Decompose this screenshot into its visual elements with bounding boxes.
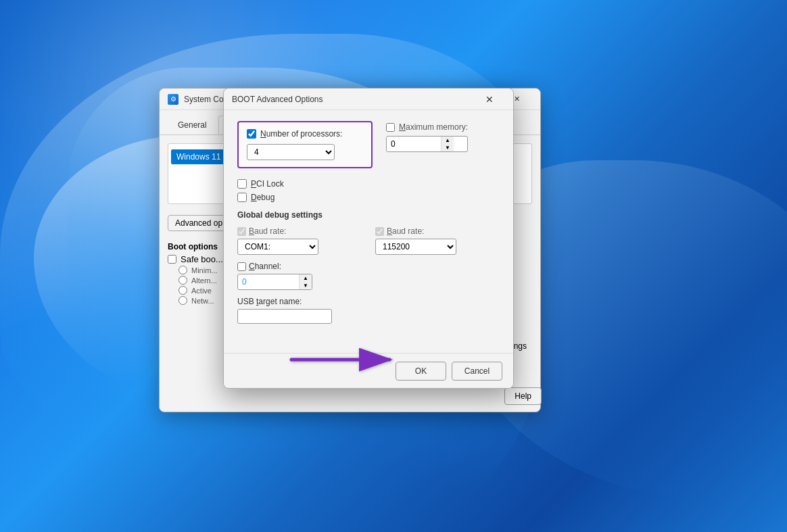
baud-rate-checkbox[interactable] [375, 227, 384, 236]
radio-active-input[interactable] [178, 286, 187, 295]
tab-general[interactable]: General [168, 116, 217, 135]
baud-rate-label-row: Baud rate: [375, 226, 500, 236]
radio-alternate-label: Altern... [191, 276, 217, 285]
debug-port-dropdown[interactable]: COM1: COM2: [237, 239, 318, 255]
channel-input[interactable] [238, 275, 299, 289]
number-of-processors-label: Number of processors: [260, 129, 342, 139]
channel-label-text: Channel: [249, 262, 281, 271]
channel-col: Channel: ▲ ▼ [237, 262, 312, 290]
channel-spin-down[interactable]: ▼ [300, 282, 312, 289]
usb-target-label: USB target name: [237, 297, 500, 306]
channel-section: Channel: ▲ ▼ [237, 262, 500, 290]
max-memory-input[interactable] [387, 137, 441, 151]
boot-adv-close-button[interactable]: ✕ [474, 89, 505, 110]
pci-lock-checkbox[interactable] [237, 179, 247, 189]
channel-spin-up[interactable]: ▲ [300, 274, 312, 282]
debug-port-col: Baud rate: COM1: COM2: [237, 226, 362, 255]
max-memory-spin-down[interactable]: ▼ [442, 144, 454, 151]
processors-checkbox-row: Number of processors: [247, 129, 363, 139]
channel-spinbox: ▲ ▼ [237, 274, 312, 290]
boot-adv-title-text: BOOT Advanced Options [232, 95, 474, 104]
debug-two-col: Baud rate: COM1: COM2: Bau [237, 226, 500, 255]
channel-checkbox[interactable] [237, 262, 246, 271]
boot-advanced-options-dialog: BOOT Advanced Options ✕ Number of proces… [223, 88, 514, 389]
channel-label: Channel: [237, 262, 312, 271]
max-memory-checkbox[interactable] [386, 123, 395, 132]
processors-box: Number of processors: 1 2 4 8 16 [237, 121, 373, 168]
baud-rate-label: Baud rate: [387, 226, 424, 236]
safe-boot-label: Safe boo... [181, 254, 223, 264]
radio-active-label: Active [191, 287, 212, 295]
global-debug-section: Global debug settings Baud rate: COM1: C [237, 210, 500, 324]
processors-dropdown[interactable]: 1 2 4 8 16 [247, 144, 335, 160]
max-memory-section: Maximum memory: ▲ ▼ [386, 121, 468, 152]
number-of-processors-checkbox[interactable] [247, 129, 256, 139]
max-memory-label: Maximum memory: [399, 122, 468, 132]
baud-rate-dropdown[interactable]: 115200 57600 9600 [375, 239, 456, 255]
max-memory-spin-buttons: ▲ ▼ [441, 137, 454, 151]
safe-boot-checkbox[interactable] [168, 255, 176, 264]
max-memory-spin-up[interactable]: ▲ [442, 137, 454, 144]
global-debug-title: Global debug settings [237, 210, 500, 220]
help-button[interactable]: Help [504, 387, 542, 405]
channel-spin-buttons: ▲ ▼ [299, 274, 312, 289]
boot-adv-content: Number of processors: 1 2 4 8 16 [224, 110, 513, 335]
pci-lock-row: PCI Lock [237, 179, 500, 189]
debug-label-text: Debug [251, 193, 275, 202]
pci-lock-label: PCI Lock [251, 179, 284, 189]
ok-button[interactable]: OK [396, 362, 446, 381]
radio-minimal-input[interactable] [178, 266, 187, 274]
radio-network-label: Netw... [191, 297, 214, 305]
boot-adv-titlebar: BOOT Advanced Options ✕ [224, 89, 513, 110]
max-memory-spinbox: ▲ ▼ [386, 136, 468, 152]
max-memory-row: Maximum memory: [386, 122, 468, 132]
usb-target-section: USB target name: [237, 297, 500, 324]
usb-target-input[interactable] [237, 309, 332, 324]
debug-port-checkbox[interactable] [237, 227, 246, 236]
boot-adv-footer: OK Cancel [224, 353, 513, 388]
radio-minimal-label: Minim... [191, 266, 218, 274]
debug-port-label: Baud rate: [249, 226, 286, 236]
radio-network-input[interactable] [178, 296, 187, 305]
processors-dropdown-row: 1 2 4 8 16 [247, 144, 363, 160]
radio-alternate-input[interactable] [178, 276, 187, 285]
cancel-button[interactable]: Cancel [452, 362, 502, 381]
debug-row: Debug [237, 193, 500, 202]
baud-rate-col: Baud rate: 115200 57600 9600 [375, 226, 500, 255]
sysconfg-icon: ⚙ [168, 94, 178, 105]
debug-checkbox[interactable] [237, 193, 247, 202]
debug-port-label-row: Baud rate: [237, 226, 362, 236]
